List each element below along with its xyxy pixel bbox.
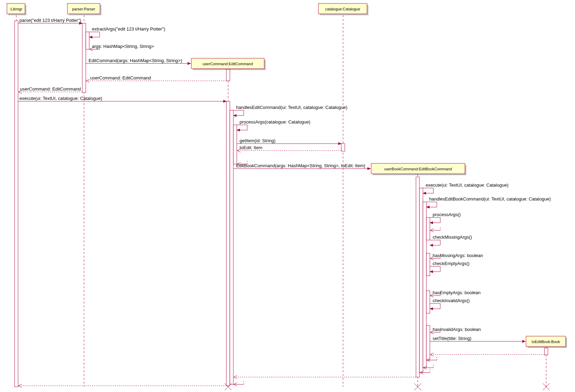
msg-execute2	[423, 188, 433, 193]
participant-parser: parser:Parser	[67, 3, 101, 15]
msg-label-extractargs: extractArgs("edit 123 t/Harry Potter")	[92, 26, 165, 32]
activation-catalogue	[341, 144, 345, 151]
msg-processargs	[237, 125, 247, 130]
msg-label-processargs: processArgs(catalogue: Catalogue)	[240, 119, 310, 125]
msg-label-settitle: setTitle(title: String)	[433, 336, 472, 341]
ret-uc1	[233, 380, 244, 384]
participant-bookcmd: userBookCommand:EditBookCommand	[371, 163, 466, 175]
msg-label-checkempty: checkEmptyArgs()	[433, 261, 469, 266]
activation-bookcmd4	[426, 218, 430, 240]
msg-label-hasempty: hasEmptyArgs: boolean	[433, 290, 481, 295]
msg-label-execute2: execute(ui: TextUI, catalogue: Catalogue…	[426, 182, 508, 188]
participant-usercmd: userCommand:EditCommand	[191, 58, 266, 70]
participant-catalogue: catalogue:Catalogue	[318, 3, 368, 15]
activation-book	[544, 348, 548, 355]
participant-book: toEditBook:Book	[526, 336, 567, 348]
activation-usercmd3	[233, 125, 237, 164]
destroy-book	[543, 383, 550, 390]
msg-extractargs	[89, 32, 100, 37]
participant-libmgr: :Libmgr	[7, 3, 26, 15]
activation-parser	[82, 23, 86, 93]
msg-checkinvalid	[430, 304, 440, 309]
participant-label-catalogue: catalogue:Catalogue	[325, 7, 360, 11]
msg-label-return-usercmd1: userCommand: EditCommand	[90, 75, 151, 80]
activation-usercmd-a	[226, 69, 230, 81]
activation-bookcmd5	[426, 253, 430, 276]
participant-label-parser: parser:Parser	[72, 7, 95, 11]
participant-label-book: toEditBook:Book	[532, 340, 560, 344]
activation-parser2	[86, 32, 89, 49]
participant-label-bookcmd: userBookCommand:EditBookCommand	[384, 167, 452, 171]
sequence-diagram: :Libmgr parser:Parser catalogue:Catalogu…	[0, 0, 575, 392]
msg-label-checkinvalid: checkInvalidArgs()	[433, 298, 470, 303]
msg-label-processargs2: processArgs()	[433, 212, 461, 217]
msg-label-editcommand: EditCommand(args: HashMap<String, String…	[89, 58, 182, 63]
msg-label-handlesbook: handlesEditBookCommand(ui: TextUI, catal…	[429, 196, 551, 202]
activation-bookcmd6	[426, 291, 430, 313]
msg-label-args: args: HashMap<String, String>	[92, 44, 154, 49]
activation-libmgr	[15, 21, 18, 387]
activation-usercmd	[226, 101, 230, 386]
msg-checkmissing	[430, 240, 440, 245]
msg-label-handlesedit: handlesEditCommand(ui: TextUI, catalogue…	[236, 105, 348, 110]
msg-label-hasmissing: hasMissingArgs: boolean	[433, 253, 483, 258]
msg-handlesbook	[426, 202, 437, 207]
msg-label-getitem: getItem(id: String)	[240, 138, 275, 143]
msg-label-return-usercmd2: userCommand: EditCommand	[20, 86, 81, 92]
activation-bookcmd2	[419, 188, 423, 373]
msg-processargs2	[430, 218, 440, 223]
msg-label-toedit: toEdit: Item	[240, 145, 262, 150]
msg-label-execute: execute(ui: TextUI, catalogue: Catalogue…	[19, 96, 102, 101]
activation-bookcmd	[416, 177, 419, 377]
activation-usercmd2	[230, 110, 233, 384]
msg-label-editbookcmd: EditBookCommand(args: HashMap<String, St…	[236, 163, 365, 168]
msg-checkempty	[430, 266, 440, 272]
activation-bookcmd3	[423, 202, 426, 368]
participant-label-usercmd: userCommand:EditCommand	[203, 62, 253, 66]
participant-label-libmgr: :Libmgr	[10, 7, 23, 11]
msg-label-hasinvalid: hasInvalidArgs: boolean	[433, 327, 481, 332]
activation-bookcmd7	[426, 325, 430, 360]
msg-label-checkmissing: checkMissingArgs()	[433, 235, 472, 240]
msg-label-parse: parse("edit 123 t/Harry Potter")	[19, 18, 81, 23]
msg-handlesedit	[233, 110, 244, 116]
msg-ret-pa2	[430, 226, 440, 230]
